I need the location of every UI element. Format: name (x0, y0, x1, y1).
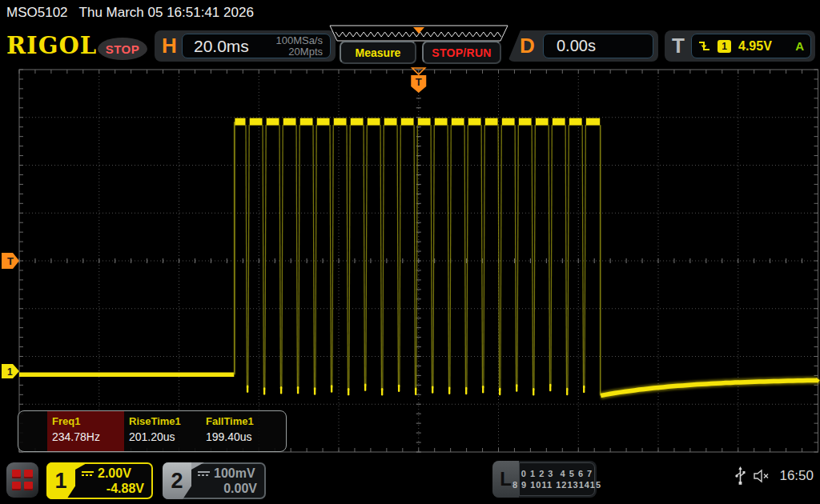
channel2-offset: 0.00V (198, 482, 257, 496)
measurement-item-falltime1[interactable]: FallTime1 199.40us (201, 411, 278, 451)
measurement-item-freq1[interactable]: Freq1 234.78Hz (47, 411, 124, 451)
logic-row-top: 0 1 2 3 4 5 6 7 (521, 468, 593, 479)
main-menu-icon[interactable] (6, 462, 38, 498)
menu-dot (12, 482, 21, 490)
measurement-item-risetime1[interactable]: RiseTime1 201.20us (124, 411, 201, 451)
dc-coupling-icon (82, 471, 94, 476)
ch1-ground-marker[interactable]: 1 (2, 364, 19, 378)
measurement-results-box[interactable]: Freq1 234.78Hz RiseTime1 201.20us FallTi… (18, 410, 287, 452)
logic-row-bottom: 8 9 1011 12131415 (512, 479, 601, 490)
svg-text:T: T (416, 76, 422, 88)
trigger-level-marker[interactable]: T (2, 253, 19, 269)
measurement-box-spacer (18, 411, 47, 451)
svg-text:1: 1 (7, 366, 13, 378)
measurement-value: 199.40us (206, 430, 278, 443)
measurement-value: 234.78Hz (52, 430, 124, 443)
channel1-values: 2.00V -4.88V (80, 464, 151, 498)
measurement-label: Freq1 (52, 415, 124, 427)
clock-display: 16:50 (779, 468, 814, 484)
speaker-muted-icon[interactable] (754, 469, 771, 483)
measurement-label: RiseTime1 (129, 415, 201, 427)
status-tray: 16:50 (735, 466, 814, 486)
logic-channels-widget[interactable]: L 0 1 2 3 4 5 6 7 8 9 1011 12131415 (492, 461, 597, 498)
channel1-widget[interactable]: 1 2.00V -4.88V (46, 462, 153, 499)
measurement-value: 201.20us (129, 430, 201, 443)
channel2-values: 100mV 0.00V (196, 464, 264, 498)
menu-dot (24, 482, 33, 490)
dc-coupling-icon (198, 471, 210, 476)
channel2-badge[interactable]: 2 (163, 462, 191, 499)
channel1-badge[interactable]: 1 (46, 462, 75, 499)
menu-dot (24, 470, 33, 478)
menu-dot (12, 470, 21, 478)
channel2-widget[interactable]: 2 100mV 0.00V (163, 462, 266, 499)
usb-icon (735, 466, 746, 486)
logic-channel-list: 0 1 2 3 4 5 6 7 8 9 1011 12131415 (519, 462, 595, 496)
channel1-offset: -4.88V (82, 482, 144, 496)
channel1-scale: 2.00V (98, 466, 131, 481)
measurement-label: FallTime1 (206, 415, 278, 427)
svg-text:T: T (7, 255, 14, 267)
channel2-scale: 100mV (214, 466, 255, 481)
graticule (19, 70, 818, 452)
